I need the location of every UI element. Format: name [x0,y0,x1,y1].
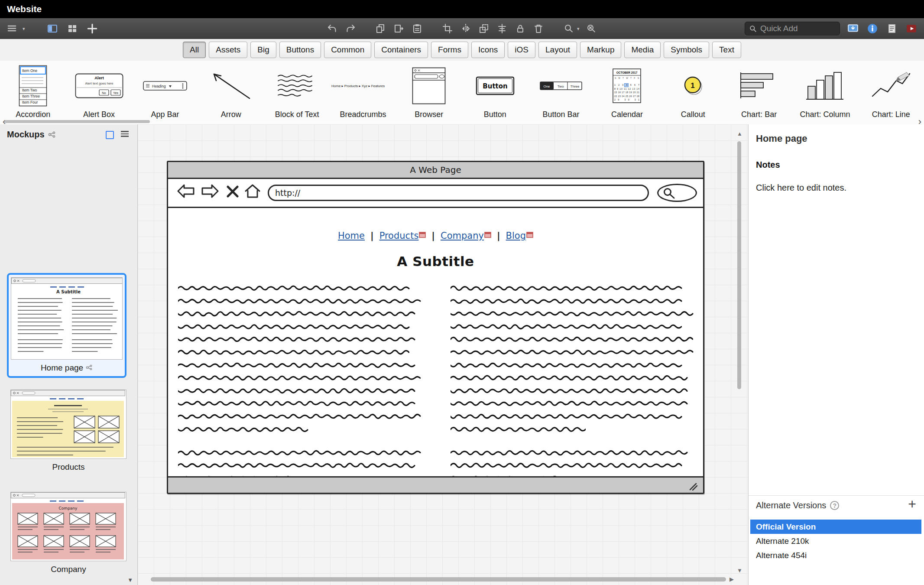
scribble-line [178,449,424,458]
scribble-column [451,285,697,478]
scribble-line [451,336,697,344]
tab-markup[interactable]: Markup [580,42,621,58]
mockup-card-company[interactable]: CompanyCompany [10,492,126,574]
mockup-label: Company [10,565,126,574]
library-item-blockoftext[interactable]: Block of Text [264,61,330,124]
library-item-chartline[interactable]: Chart: Line [858,61,924,124]
notes-edit-hint[interactable]: Click here to edit notes. [756,183,846,193]
trash-icon[interactable] [532,22,545,35]
library-item-label: Callout [681,110,705,119]
split-view-icon[interactable] [46,22,59,35]
editor-canvas[interactable]: A Web Page http:// [138,124,748,585]
tab-layout[interactable]: Layout [538,42,577,58]
thumbnail-view-icon[interactable] [106,131,114,139]
info-icon[interactable] [866,22,879,35]
mockup-card-home[interactable]: A SubtitleHome page [7,273,126,378]
present-icon[interactable] [846,22,859,35]
version-row[interactable]: Alternate 454i [750,548,921,562]
zoom-icon[interactable] [562,22,575,35]
tab-text[interactable]: Text [712,42,741,58]
tab-ios[interactable]: iOS [508,42,535,58]
library-item-button[interactable]: ButtonButton [462,61,528,124]
flip-icon[interactable] [459,22,472,35]
scribble-line [178,323,424,332]
browser-wireframe[interactable]: A Web Page http:// [167,161,704,494]
svg-text:Item Four: Item Four [22,100,38,104]
mockup-card-products[interactable]: Products [10,390,126,472]
redo-icon[interactable] [344,22,357,35]
tab-icons[interactable]: Icons [471,42,505,58]
library-item-label: App Bar [151,110,179,119]
data-link-icon [526,231,533,241]
library-item-alertbox[interactable]: AlertAlert text goes hereNoYesAlert Box [66,61,132,124]
library-item-callout[interactable]: 1Callout [660,61,726,124]
canvas-scroll-up-icon[interactable]: ▲ [737,130,742,137]
svg-text:8 9 10 11 12 13 14: 8 9 10 11 12 13 14 [614,87,639,90]
tab-containers[interactable]: Containers [374,42,428,58]
canvas-vertical-scrollbar[interactable] [737,141,741,389]
zoom-cancel-icon[interactable] [585,22,598,35]
menu-icon[interactable] [6,22,19,35]
tutorials-icon[interactable] [905,22,918,35]
duplicate-icon[interactable] [392,22,405,35]
wireframe-subtitle: A Subtitle [168,254,703,269]
scribble-line [451,298,697,306]
scribble-line [178,400,424,409]
tab-all[interactable]: All [183,42,206,58]
library-item-arrow[interactable]: Arrow [198,61,264,124]
help-icon[interactable]: ? [830,501,839,510]
mockups-panel: Mockups A SubtitleHome pageProductsCompa… [0,124,138,585]
canvas-horizontal-scrollbar[interactable] [151,577,726,582]
library-item-label: Button [484,110,506,119]
wireframe-content: Home|Products|Company|Blog A Subtitle [168,207,703,478]
transform-icon[interactable] [441,22,454,35]
library-item-appbar[interactable]: HeadingApp Bar [132,61,198,124]
url-text: http:// [275,188,300,198]
library-item-chartcolumn[interactable]: Chart: Column [792,61,858,124]
strip-scrollbar[interactable] [4,120,150,123]
version-row[interactable]: Alternate 210k [750,534,921,548]
chartcolumn-component-icon [792,63,858,108]
tab-symbols[interactable]: Symbols [664,42,709,58]
library-item-chartbar[interactable]: Chart: Bar [726,61,792,124]
align-icon[interactable] [496,22,509,35]
paste-icon[interactable] [411,22,424,35]
notes-icon[interactable] [885,22,898,35]
scribble-line [451,413,697,422]
tab-forms[interactable]: Forms [431,42,468,58]
arrow-component-icon [198,63,264,108]
add-alternate-button[interactable]: + [908,497,916,511]
library-item-calendar[interactable]: OCTOBER 2017S M T W T F S1 2 3 4 5 6 78 … [594,61,660,124]
library-item-browser[interactable]: Browser [396,61,462,124]
new-mockup-icon[interactable] [86,22,99,35]
breadcrumbs-component-icon: Home ▸ Products ▸ Xyz ▸ Features [330,63,396,108]
lock-icon[interactable] [514,22,527,35]
undo-icon[interactable] [326,22,339,35]
tab-media[interactable]: Media [624,42,661,58]
quick-add-placeholder: Quick Add [760,24,798,33]
nav-separator: | [497,231,500,241]
canvas-scroll-right-icon[interactable]: ▶ [729,576,734,582]
scribble-line [451,310,697,319]
tab-big[interactable]: Big [250,42,276,58]
svg-text:Heading: Heading [152,84,166,88]
arrange-icon[interactable] [477,22,490,35]
grid-view-icon[interactable] [66,22,79,35]
scribble-line [178,387,424,396]
list-view-icon[interactable] [121,131,129,137]
library-item-breadcrumbs[interactable]: Home ▸ Products ▸ Xyz ▸ FeaturesBreadcru… [330,61,396,124]
version-row[interactable]: Official Version [750,520,921,534]
copy-icon[interactable] [374,22,387,35]
canvas-scroll-down-icon[interactable]: ▼ [737,567,742,574]
mockup-label-text: Home page [41,363,83,373]
tab-common[interactable]: Common [324,42,371,58]
calendar-component-icon: OCTOBER 2017S M T W T F S1 2 3 4 5 6 78 … [594,63,660,108]
tab-buttons[interactable]: Buttons [279,42,321,58]
component-library-strip: Item OneItem TwoItem ThreeItem FourAccor… [0,61,924,125]
library-item-accordion[interactable]: Item OneItem TwoItem ThreeItem FourAccor… [0,61,66,124]
panel-scroll-down-icon[interactable]: ▼ [127,577,133,583]
library-item-buttonbar[interactable]: OneTwoThreeButton Bar [528,61,594,124]
tab-assets[interactable]: Assets [209,42,247,58]
svg-text:Item Three: Item Three [22,94,40,98]
quick-add-input[interactable]: Quick Add [745,22,840,36]
